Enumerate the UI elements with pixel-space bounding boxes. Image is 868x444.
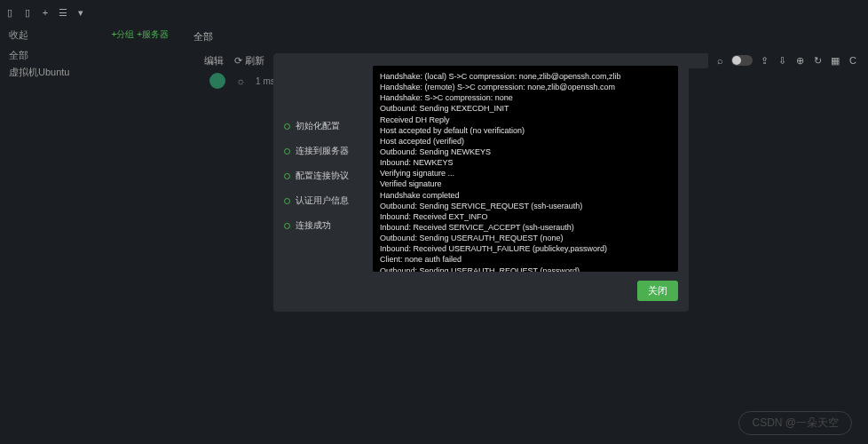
sidebar-item-vm[interactable]: 虚拟机Ubuntu [0,66,178,79]
log-line: Inbound: Received USERAUTH_FAILURE (publ… [380,243,671,254]
log-line: Verified signature [380,178,671,189]
file-icon[interactable]: ▯ [21,6,34,19]
refresh-button[interactable]: ⟳ 刷新 [234,54,264,67]
close-button[interactable]: 关闭 [637,281,678,301]
log-line: Host accepted by default (no verificatio… [380,125,671,136]
step-dot-icon [284,148,290,155]
log-line: Outbound: Sending KEXECDH_INIT [380,103,671,114]
step-auth: 认证用户信息 [284,190,364,211]
step-label: 初始化配置 [296,120,340,132]
tab-all[interactable]: 全部 [186,25,220,49]
add-server-button[interactable]: +服务器 [137,29,169,39]
connection-modal: 初始化配置 连接到服务器 配置连接协议 认证用户信息 连接成功 Handshak… [273,53,689,312]
log-line: Handshake: (remote) S->C compression: no… [380,82,671,92]
step-dot-icon [284,198,290,204]
step-connect: 连接到服务器 [284,140,364,162]
log-line: Outbound: Sending SERVICE_REQUEST (ssh-u… [380,201,671,211]
log-line: Handshake: S->C compression: none [380,92,671,103]
step-label: 连接到服务器 [296,145,349,157]
settings-icon[interactable]: ⊕ [793,54,806,67]
sync-icon[interactable]: ↻ [811,54,824,67]
avatar [209,73,225,89]
step-dot-icon [284,223,290,229]
step-label: 认证用户信息 [296,194,349,207]
server-row[interactable]: ☼ 1 ms [209,73,275,89]
sidebar-actions: +分组 +服务器 [112,28,169,42]
add-icon[interactable]: + [39,6,51,19]
export-icon[interactable]: ⇪ [758,54,770,67]
view-toggle[interactable] [731,55,753,66]
log-output: Handshake: (local) S->C compression: non… [373,66,678,272]
log-line: Handshake: (local) S->C compression: non… [380,71,671,82]
edit-button[interactable]: 编辑 [204,54,224,67]
import-icon[interactable]: ⇩ [776,54,788,67]
step-list: 初始化配置 连接到服务器 配置连接协议 认证用户信息 连接成功 [284,66,364,272]
step-success: 连接成功 [284,215,364,236]
step-label: 连接成功 [296,219,331,232]
add-group-button[interactable]: +分组 [112,29,135,39]
sidebar-collapse-row: 收起 +分组 +服务器 [0,25,178,45]
grid-icon[interactable]: ▦ [829,54,841,67]
reload-icon[interactable]: C [847,54,859,67]
step-label: 配置连接协议 [296,170,349,182]
refresh-label: 刷新 [245,55,264,66]
sidebar-all-label: 全部 [9,49,28,62]
log-line: Inbound: NEWKEYS [380,157,671,168]
log-line: Host accepted (verified) [380,136,671,147]
step-init: 初始化配置 [284,115,364,137]
collapse-label[interactable]: 收起 [9,28,28,42]
step-dot-icon [284,123,290,130]
latency-icon: ☼ [236,75,245,86]
log-line: Outbound: Sending NEWKEYS [380,147,671,157]
log-line: Outbound: Sending USERAUTH_REQUEST (pass… [380,266,671,272]
step-dot-icon [284,173,290,179]
sidebar-item-all[interactable]: 全部 [0,45,178,66]
dropdown-icon[interactable]: ▾ [75,6,87,19]
sidebar: 收起 +分组 +服务器 全部 虚拟机Ubuntu [0,25,178,79]
menu-icon[interactable]: ▯ [4,6,16,19]
log-line: Outbound: Sending USERAUTH_REQUEST (none… [380,233,671,243]
log-line: Client: none auth failed [380,254,671,265]
titlebar: ▯ ▯ + ☰ ▾ [0,0,868,25]
refresh-icon: ⟳ [234,55,242,66]
log-line: Inbound: Received SERVICE_ACCEPT (ssh-us… [380,222,671,233]
watermark: CSDN @一朵天空 [738,411,852,435]
log-line: Verifying signature ... [380,168,671,178]
latency-value: 1 ms [256,76,275,86]
log-line: Received DH Reply [380,115,671,125]
search-icon[interactable]: ⌕ [714,54,726,67]
sidebar-vm-label: 虚拟机Ubuntu [9,67,69,77]
step-protocol: 配置连接协议 [284,165,364,186]
list-icon[interactable]: ☰ [57,6,69,19]
log-line: Inbound: Received EXT_INFO [380,211,671,222]
log-line: Handshake completed [380,190,671,201]
